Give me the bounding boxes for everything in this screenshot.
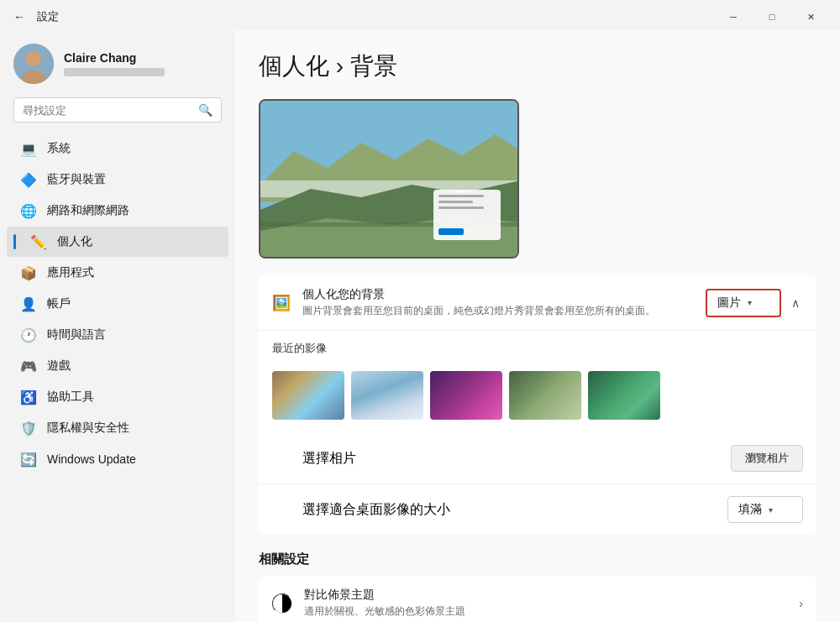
sidebar-item-gaming[interactable]: 🎮 遊戲 (7, 351, 228, 381)
sidebar-nav: 💻 系統 🔷 藍牙與裝置 🌐 網路和網際網路 ✏️ 個人化 📦 應用程式 (0, 133, 235, 475)
app-body: Claire Chang 🔍 💻 系統 🔷 藍牙與裝置 🌐 網路和網際網路 (0, 30, 840, 622)
background-icon: 🖼️ (272, 294, 291, 312)
svg-point-1 (26, 51, 41, 66)
accounts-icon: 👤 (20, 295, 37, 312)
preview-line-1 (438, 195, 484, 197)
avatar (13, 44, 54, 84)
sidebar-item-network[interactable]: 🌐 網路和網際網路 (7, 196, 228, 226)
related-section-title: 相關設定 (259, 551, 816, 567)
preview-button-bar (438, 228, 464, 235)
sidebar-item-personalization[interactable]: ✏️ 個人化 (7, 227, 228, 257)
privacy-icon: 🛡️ (20, 420, 37, 436)
sidebar-item-label-personalization: 個人化 (57, 234, 92, 249)
titlebar-left: ← 設定 (10, 8, 59, 25)
sidebar-item-label-accounts: 帳戶 (47, 296, 71, 311)
choose-fit-text: 選擇適合桌面影像的大小 (302, 502, 450, 516)
sidebar-item-accessibility[interactable]: ♿ 協助工具 (7, 382, 228, 412)
contrast-theme-title: 對比佈景主題 (304, 588, 787, 603)
sidebar-item-windows-update[interactable]: 🔄 Windows Update (7, 444, 228, 474)
user-name: Claire Chang (64, 51, 165, 65)
sidebar-item-accounts[interactable]: 👤 帳戶 (7, 289, 228, 319)
background-type-value: 圖片 (717, 295, 741, 311)
back-button[interactable]: ← (10, 8, 29, 25)
windows-update-icon: 🔄 (20, 451, 37, 468)
system-icon: 💻 (20, 140, 37, 157)
background-type-control: 圖片 ▾ ∧ (706, 289, 803, 317)
choose-fit-label: 選擇適合桌面影像的大小 (272, 501, 716, 519)
contrast-theme-row[interactable]: 對比佈景主題 適用於關視、光敏感的色彩佈景主題 › (259, 576, 816, 622)
bluetooth-icon: 🔷 (20, 171, 37, 188)
background-type-title: 個人化您的背景 (302, 287, 694, 302)
choose-photo-row: 選擇相片 瀏覽相片 (259, 433, 816, 484)
recent-images-section: 最近的影像 (259, 331, 816, 433)
contrast-icon (272, 593, 292, 614)
sidebar-item-label-windows-update: Windows Update (47, 452, 136, 466)
search-box[interactable]: 🔍 (13, 97, 222, 123)
choose-photo-label: 選擇相片 (272, 450, 719, 468)
chevron-right-icon: › (799, 597, 803, 610)
thumbnail-4[interactable] (509, 371, 581, 420)
chevron-down-icon: ▾ (748, 298, 752, 307)
sidebar-item-label-time: 時間與語言 (47, 327, 106, 342)
titlebar-controls: ─ □ ✕ (714, 4, 830, 29)
thumbnail-5[interactable] (588, 371, 660, 420)
sidebar-item-label-gaming: 遊戲 (47, 358, 71, 374)
user-email-bar (64, 68, 165, 76)
sidebar-item-label-system: 系統 (47, 141, 71, 156)
time-icon: 🕐 (20, 327, 37, 343)
thumbnail-2[interactable] (351, 371, 423, 420)
gaming-icon: 🎮 (20, 358, 37, 374)
apps-icon: 📦 (20, 264, 37, 281)
titlebar-title: 設定 (37, 9, 59, 24)
desktop-preview (259, 99, 519, 259)
images-grid (259, 364, 816, 433)
related-settings-section: 相關設定 對比佈景主題 適用於關視、光敏感的色彩佈景主題 › (259, 551, 816, 622)
main-content: 個人化 › 背景 (235, 30, 840, 622)
sidebar-item-system[interactable]: 💻 系統 (7, 133, 228, 164)
background-settings-card: 🖼️ 個人化您的背景 圖片背景會套用至您目前的桌面，純色或幻燈片秀背景會套用至您… (259, 275, 816, 535)
contrast-theme-desc: 適用於關視、光敏感的色彩佈景主題 (304, 604, 787, 619)
recent-images-label: 最近的影像 (259, 341, 816, 356)
search-input[interactable] (23, 104, 192, 117)
background-type-desc: 圖片背景會套用至您目前的桌面，純色或幻燈片秀背景會套用至您所有的桌面。 (302, 304, 694, 318)
chevron-down-icon: ▾ (769, 505, 773, 515)
sidebar-item-label-bluetooth: 藍牙與裝置 (47, 172, 106, 187)
background-type-row: 🖼️ 個人化您的背景 圖片背景會套用至您目前的桌面，純色或幻燈片秀背景會套用至您… (259, 275, 816, 331)
minimize-button[interactable]: ─ (714, 4, 753, 29)
contrast-theme-text: 對比佈景主題 適用於關視、光敏感的色彩佈景主題 (304, 588, 787, 619)
background-type-dropdown[interactable]: 圖片 ▾ (706, 289, 781, 317)
browse-photos-button[interactable]: 瀏覽相片 (731, 445, 803, 472)
sidebar-item-apps[interactable]: 📦 應用程式 (7, 258, 228, 288)
sidebar-item-label-apps: 應用程式 (47, 265, 94, 280)
choose-fit-control: 填滿 ▾ (727, 496, 803, 523)
choose-photo-text: 選擇相片 (302, 451, 356, 465)
preview-dialog (433, 190, 501, 240)
choose-fit-row: 選擇適合桌面影像的大小 填滿 ▾ (259, 484, 816, 535)
maximize-button[interactable]: □ (753, 4, 791, 29)
page-title: 個人化 › 背景 (259, 50, 816, 82)
network-icon: 🌐 (20, 202, 37, 219)
active-indicator (13, 234, 16, 249)
accessibility-icon: ♿ (20, 389, 37, 405)
sidebar: Claire Chang 🔍 💻 系統 🔷 藍牙與裝置 🌐 網路和網際網路 (0, 30, 235, 622)
user-profile: Claire Chang (0, 30, 235, 94)
close-button[interactable]: ✕ (791, 4, 830, 29)
sidebar-item-privacy[interactable]: 🛡️ 隱私權與安全性 (7, 413, 228, 443)
user-info: Claire Chang (64, 51, 165, 76)
sidebar-item-time[interactable]: 🕐 時間與語言 (7, 320, 228, 350)
search-icon: 🔍 (198, 103, 213, 117)
sidebar-item-label-privacy: 隱私權與安全性 (47, 421, 129, 436)
sidebar-item-label-network: 網路和網際網路 (47, 203, 129, 218)
expand-button[interactable]: ∧ (788, 293, 803, 313)
sidebar-item-bluetooth[interactable]: 🔷 藍牙與裝置 (7, 165, 228, 195)
titlebar: ← 設定 ─ □ ✕ (0, 0, 840, 30)
fit-dropdown[interactable]: 填滿 ▾ (727, 496, 803, 523)
related-settings-card: 對比佈景主題 適用於關視、光敏感的色彩佈景主題 › (259, 576, 816, 622)
thumbnail-3[interactable] (430, 371, 502, 420)
sidebar-item-label-accessibility: 協助工具 (47, 389, 94, 405)
background-type-text: 個人化您的背景 圖片背景會套用至您目前的桌面，純色或幻燈片秀背景會套用至您所有的… (302, 287, 694, 318)
preview-line-2 (438, 201, 473, 203)
preview-line-3 (438, 206, 484, 209)
personalization-icon: ✏️ (30, 233, 47, 250)
thumbnail-1[interactable] (272, 371, 344, 420)
